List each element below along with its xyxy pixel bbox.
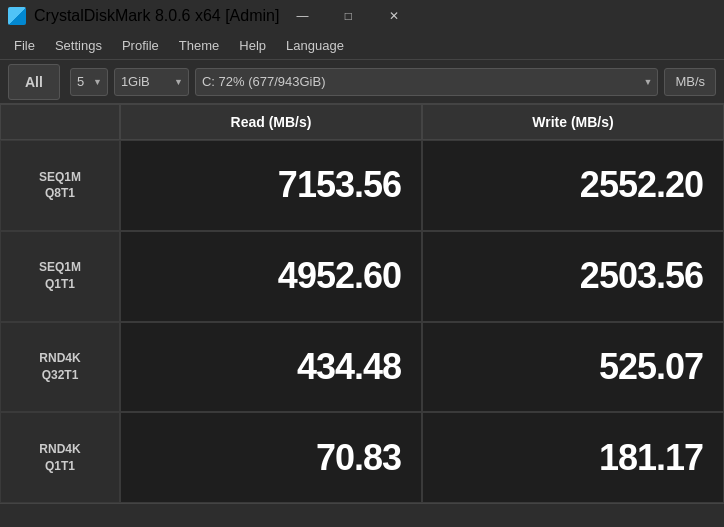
menu-profile[interactable]: Profile xyxy=(112,34,169,57)
menu-language[interactable]: Language xyxy=(276,34,354,57)
menu-help[interactable]: Help xyxy=(229,34,276,57)
write-value-0: 2552.20 xyxy=(422,140,724,231)
runs-select[interactable]: 5 1 3 9 xyxy=(70,68,108,96)
title-bar: CrystalDiskMark 8.0.6 x64 [Admin] — □ ✕ xyxy=(0,0,724,32)
write-value-3: 181.17 xyxy=(422,412,724,503)
read-value-3: 70.83 xyxy=(120,412,422,503)
menu-file[interactable]: File xyxy=(4,34,45,57)
row-label-0: SEQ1MQ8T1 xyxy=(0,140,120,231)
header-read: Read (MB/s) xyxy=(120,104,422,140)
row-label-1: SEQ1MQ1T1 xyxy=(0,231,120,322)
unit-display: MB/s xyxy=(664,68,716,96)
header-label xyxy=(0,104,120,140)
runs-select-wrapper: 5 1 3 9 xyxy=(70,68,108,96)
row-label-2: RND4KQ32T1 xyxy=(0,322,120,413)
write-value-1: 2503.56 xyxy=(422,231,724,322)
toolbar: All 5 1 3 9 1GiB 512MiB 2GiB 4GiB C: 72%… xyxy=(0,60,724,104)
window-controls: — □ ✕ xyxy=(279,0,417,32)
menu-theme[interactable]: Theme xyxy=(169,34,229,57)
menu-bar: File Settings Profile Theme Help Languag… xyxy=(0,32,724,60)
header-write: Write (MB/s) xyxy=(422,104,724,140)
status-bar xyxy=(0,503,724,527)
write-value-2: 525.07 xyxy=(422,322,724,413)
app-icon xyxy=(8,7,26,25)
drive-select[interactable]: C: 72% (677/943GiB) xyxy=(195,68,658,96)
size-select[interactable]: 1GiB 512MiB 2GiB 4GiB xyxy=(114,68,189,96)
data-table: Read (MB/s) Write (MB/s) SEQ1MQ8T1 7153.… xyxy=(0,104,724,503)
drive-select-wrapper: C: 72% (677/943GiB) xyxy=(195,68,658,96)
maximize-button[interactable]: □ xyxy=(325,0,371,32)
read-value-0: 7153.56 xyxy=(120,140,422,231)
size-select-wrapper: 1GiB 512MiB 2GiB 4GiB xyxy=(114,68,189,96)
row-label-3: RND4KQ1T1 xyxy=(0,412,120,503)
menu-settings[interactable]: Settings xyxy=(45,34,112,57)
all-button[interactable]: All xyxy=(8,64,60,100)
title-bar-text: CrystalDiskMark 8.0.6 x64 [Admin] xyxy=(34,7,279,25)
minimize-button[interactable]: — xyxy=(279,0,325,32)
read-value-2: 434.48 xyxy=(120,322,422,413)
read-value-1: 4952.60 xyxy=(120,231,422,322)
close-button[interactable]: ✕ xyxy=(371,0,417,32)
